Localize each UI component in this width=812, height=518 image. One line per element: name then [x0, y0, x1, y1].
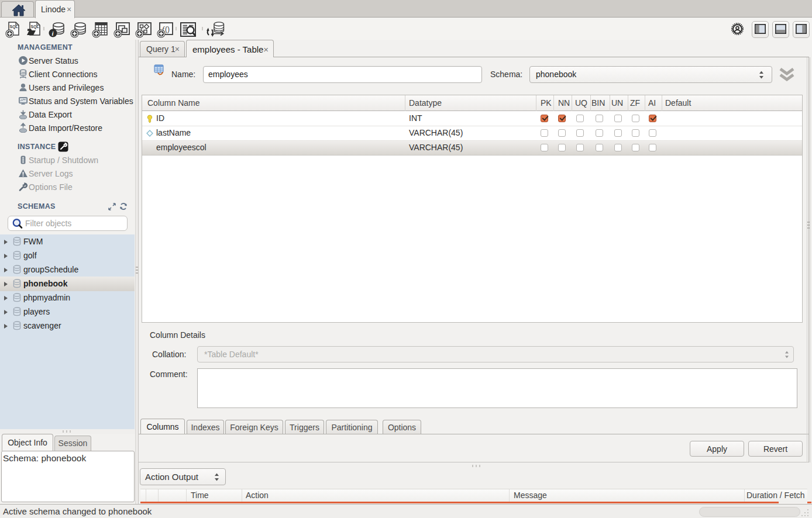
svg-text:(): () — [165, 25, 170, 33]
